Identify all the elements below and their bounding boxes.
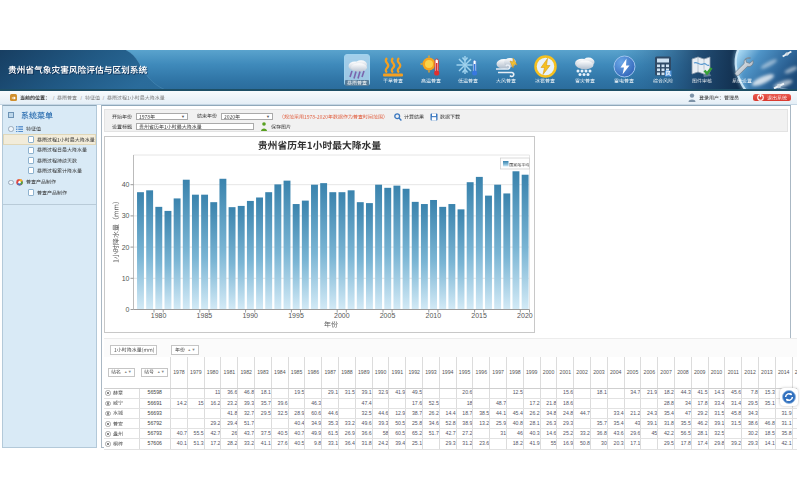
svg-text:1990: 1990	[242, 312, 258, 319]
svg-text:1985: 1985	[197, 312, 213, 319]
svg-text:2010: 2010	[426, 312, 442, 319]
svg-text:1980: 1980	[151, 312, 167, 319]
svg-text:0: 0	[126, 306, 130, 313]
svg-text:10: 10	[122, 275, 130, 282]
svg-text:1995: 1995	[288, 312, 304, 319]
svg-text:2015: 2015	[471, 312, 487, 319]
svg-text:2000: 2000	[334, 312, 350, 319]
svg-text:2020: 2020	[517, 312, 533, 319]
svg-text:2005: 2005	[380, 312, 396, 319]
svg-text:20: 20	[122, 244, 130, 251]
svg-text:40: 40	[122, 181, 130, 188]
svg-text:30: 30	[122, 212, 130, 219]
